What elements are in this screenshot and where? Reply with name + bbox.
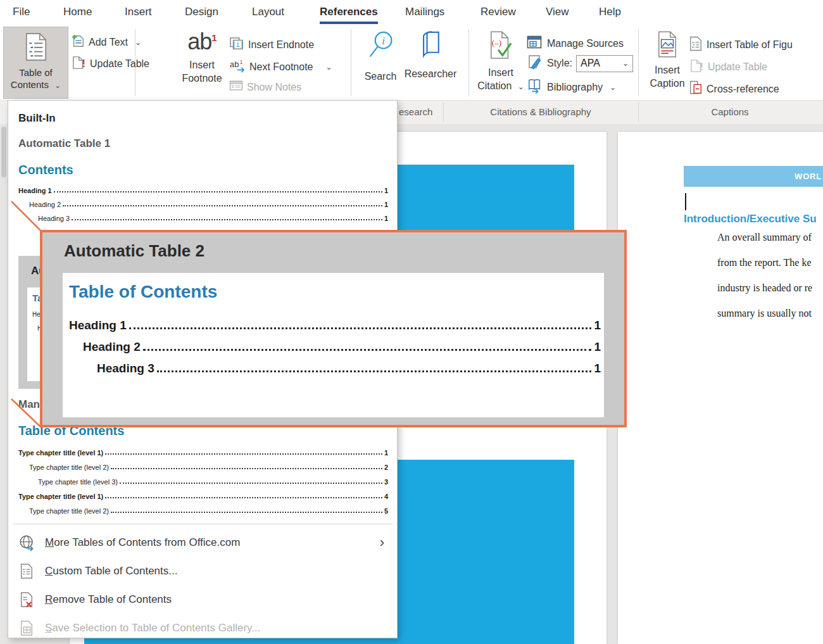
dot-leader [105,497,382,498]
next-footnote-label: Next Footnote [249,61,313,73]
insert-citation-label-line1: Insert [477,66,524,79]
toc-button-label-line2: Contents [11,79,49,90]
manage-sources-label: Manage Sources [547,38,624,49]
menu-item-save-selection-to-gallery[interactable]: Save Selection to Table of Contents Gall… [17,616,392,641]
toc-row-label: Heading 1 [69,319,127,332]
cross-reference-button[interactable]: Cross-reference [689,80,779,98]
ribbon: Table of Contents ⌄ Add Text ⌄ ! [0,25,823,100]
tab-layout[interactable]: Layout [252,6,284,18]
tab-review[interactable]: Review [481,6,516,18]
group-divider [638,29,639,96]
style-row: Style: APA ⌄ [527,54,633,72]
tab-view[interactable]: View [546,6,569,18]
toc-row-label: Type chapter title (level 1) [18,449,103,457]
gallery-item-automatic-table-1[interactable]: Contents Heading 1 1 Heading 2 1 Heading… [18,163,388,222]
dot-leader [105,453,382,455]
tab-insert[interactable]: Insert [125,6,152,18]
add-text-icon [71,34,85,51]
tab-file[interactable]: File [13,6,30,18]
group-divider [468,29,469,96]
table-of-contents-button[interactable]: Table of Contents ⌄ [3,27,68,99]
automatic-table-2-callout: Automatic Table 2 Table of Contents Head… [40,230,627,427]
tab-home[interactable]: Home [63,6,92,18]
toc-row-page: 1 [384,215,388,222]
gallery-item-manual-table[interactable]: Table of Contents Type chapter title (le… [18,424,388,515]
chevron-down-icon: ⌄ [610,84,616,91]
insert-table-of-figures-button[interactable]: Insert Table of Figu [689,36,793,54]
dot-leader [111,512,382,513]
tab-mailings[interactable]: Mailings [405,6,444,18]
toc-button-label-line1: Table of [11,66,61,79]
dot-leader [54,191,382,193]
document-body-line: industry is headed or re [717,282,812,294]
show-notes-button[interactable]: Show Notes [229,80,301,94]
insert-caption-label-line1: Insert [650,63,684,77]
toc-preview-heading: Contents [18,163,388,177]
researcher-button[interactable]: Researcher [401,29,460,80]
update-table-button[interactable]: ! Update Table [71,56,149,72]
add-text-label: Add Text [89,37,128,48]
group-label-captions: Captions [638,106,822,117]
insert-endnote-button[interactable]: [i] Insert Endnote [229,37,314,53]
style-select[interactable]: APA ⌄ [576,55,633,72]
update-table-icon: ! [71,56,86,72]
dot-leader [157,370,592,372]
add-text-button[interactable]: Add Text ⌄ [71,34,141,51]
dropdown-section-built-in: Built-In [18,112,56,125]
group-label-research: esearch [399,106,432,117]
custom-toc-icon [17,563,36,579]
gallery-item-automatic-table-1-label: Automatic Table 1 [18,137,110,150]
search-label: Search [365,70,397,83]
chevron-down-icon: ⌄ [135,39,141,46]
menu-item-custom-table-of-contents[interactable]: Custom Table of Contents... [17,559,392,584]
menu-item-label: More Tables of Contents from Office.com [45,536,240,549]
callout-preview: Table of Contents Heading 1 1 Heading 2 … [63,273,604,417]
cross-reference-icon [689,80,703,98]
chevron-down-icon: ⌄ [622,60,629,67]
svg-text:!: ! [700,61,704,72]
insert-footnote-icon: ab1 [187,30,216,53]
dot-leader [143,349,592,351]
style-select-value: APA [581,58,600,69]
toc-row-page: 1 [384,449,388,457]
document-body-line: An overall summary of [717,232,812,243]
document-page-right[interactable] [618,132,823,644]
text-cursor [685,193,686,210]
tab-help[interactable]: Help [599,6,621,18]
globe-download-icon [17,534,36,552]
toc-row-label: Type chapter title (level 2) [29,507,109,515]
page-header-banner: WORL [684,166,823,187]
toc-row-label: Heading 2 [29,201,61,208]
tab-references[interactable]: References [320,6,378,24]
search-button[interactable]: i Search [361,29,400,83]
toc-row-page: 5 [384,507,388,515]
group-divider [638,103,639,122]
svg-text:i: i [382,34,385,47]
next-footnote-button[interactable]: ab 1 Next Footnote ⌄ [229,59,332,75]
insert-endnote-icon: [i] [229,37,244,53]
bibliography-icon [527,79,543,96]
document-section-heading: Introduction/Executive Su [684,213,817,225]
insert-citation-label-line2: Citation [477,80,512,91]
insert-caption-button[interactable]: Insert Caption [648,30,686,90]
search-icon: i [367,29,394,65]
toc-row-page: 1 [594,362,601,376]
menu-separator [13,524,393,524]
researcher-label: Researcher [405,67,457,80]
bibliography-button[interactable]: Bibliography ⌄ [527,79,616,96]
insert-footnote-button[interactable]: ab1 Insert Footnote [175,30,229,85]
group-label-citations: Citations & Bibliography [443,106,638,117]
vertical-scrollbar-thumb[interactable] [1,127,6,177]
insert-table-of-figures-icon [689,36,703,54]
dot-leader [129,327,592,329]
toc-row-page: 1 [384,201,388,208]
menu-item-more-tables-from-office[interactable]: More Tables of Contents from Office.com … [17,530,392,555]
toc-row-label: Heading 2 [83,340,141,354]
tab-design[interactable]: Design [185,6,218,18]
insert-citation-button[interactable]: (–) Insert Citation ⌄ [479,30,523,92]
update-table-captions-button[interactable]: ! Update Table [689,59,767,75]
insert-caption-label-line2: Caption [650,77,684,90]
manage-sources-button[interactable]: Manage Sources [527,35,624,52]
menu-item-remove-table-of-contents[interactable]: Remove Table of Contents [17,587,392,612]
bibliography-label: Bibliography [547,82,603,93]
